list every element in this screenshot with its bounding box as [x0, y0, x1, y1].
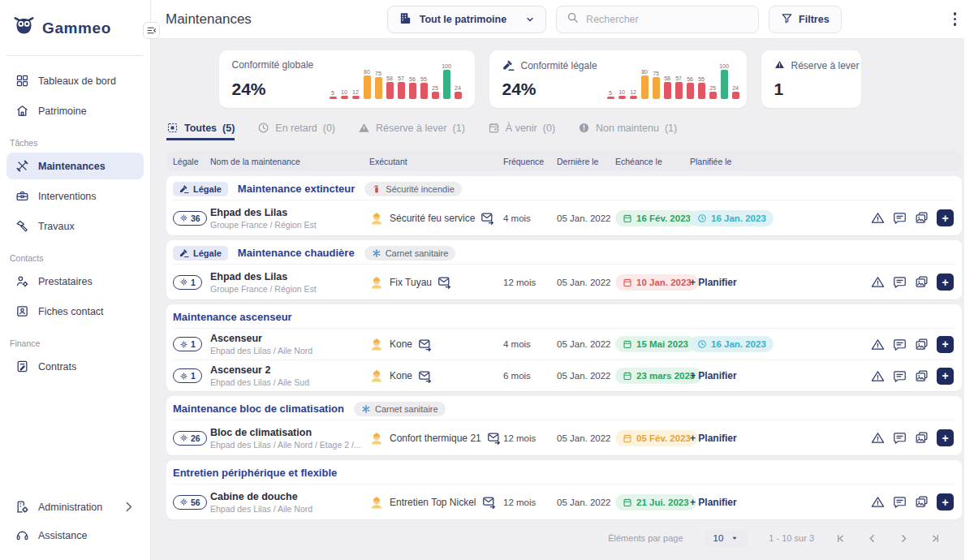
add-button[interactable]: + — [937, 336, 954, 353]
planifier-link[interactable]: + Planifier — [690, 497, 737, 508]
toolbox-icon — [15, 189, 29, 203]
per-page-select[interactable]: 10 — [705, 529, 748, 547]
send-mail-icon[interactable] — [487, 431, 501, 445]
comment-icon[interactable] — [893, 275, 907, 289]
equipment-count-pill[interactable]: 1 — [173, 275, 202, 290]
worker-avatar-icon — [369, 431, 384, 446]
tab-non-maintenu[interactable]: Non maintenu(1) — [578, 122, 677, 140]
sidebar-item-fiches-contact[interactable]: Fiches contact — [6, 298, 144, 325]
brand-name: Gammeo — [42, 19, 111, 37]
send-mail-icon[interactable] — [481, 211, 494, 225]
send-mail-icon[interactable] — [418, 338, 432, 351]
search-input[interactable] — [586, 14, 748, 25]
send-mail-icon[interactable] — [437, 275, 451, 289]
frequency: 6 mois — [503, 371, 557, 381]
next-page-button[interactable] — [899, 533, 909, 544]
search-icon — [567, 11, 579, 27]
table-row[interactable]: 36 Ehpad des Lilas Groupe France / Régio… — [173, 200, 955, 235]
equipment-count-pill[interactable]: 1 — [173, 368, 202, 383]
maintenance-name: Bloc de climatisation — [210, 427, 369, 439]
equipment-count-pill[interactable]: 56 — [173, 495, 207, 510]
maintenance-name: Ascenseur 2 — [210, 364, 369, 377]
maintenance-name: Ehpad des Lilas — [210, 271, 369, 283]
planifier-link[interactable]: + Planifier — [690, 277, 737, 288]
table-row[interactable]: 56 Cabine de douche Ehpad des Lilas / Ai… — [173, 484, 955, 519]
last-page-button[interactable] — [930, 533, 941, 544]
sidebar-item-interventions[interactable]: Interventions — [6, 183, 144, 209]
send-mail-icon[interactable] — [482, 495, 496, 509]
first-page-button[interactable] — [835, 533, 846, 544]
sidebar-item-contrats[interactable]: Contrats — [6, 353, 144, 380]
sidebar-item-tableaux-de-bord[interactable]: Tableaux de bord — [6, 67, 144, 94]
gallery-icon[interactable] — [915, 275, 929, 289]
table-row[interactable]: 1 Ehpad des Lilas Groupe France / Région… — [173, 264, 955, 299]
sidebar-item-maintenances[interactable]: Maintenances — [6, 153, 144, 179]
comment-icon[interactable] — [893, 211, 907, 225]
sidebar-item-prestataires[interactable]: Prestataires — [6, 268, 144, 295]
clock-icon — [697, 213, 707, 223]
calendar-icon — [623, 498, 632, 507]
sidebar-item-assistance[interactable]: Assistance — [6, 522, 144, 549]
tab-en-retard[interactable]: En retard(0) — [257, 122, 335, 140]
tab-count: (1) — [665, 123, 677, 134]
building-filled-icon — [399, 11, 412, 28]
table-row[interactable]: 1 Ascenseur Ehpad des Lilas / Aile Nord … — [173, 328, 955, 360]
warning-icon[interactable] — [871, 495, 885, 509]
tab-a-venir[interactable]: À venir(0) — [488, 122, 555, 140]
previous-page-button[interactable] — [867, 533, 877, 544]
contract-icon — [15, 360, 29, 373]
frequency: 12 mois — [503, 278, 557, 287]
tab-reserve-a-lever[interactable]: Réserve à lever(1) — [358, 122, 465, 140]
sidebar-item-administration[interactable]: Administration — [6, 493, 144, 520]
more-options-button[interactable] — [950, 9, 960, 29]
due-date-pill: 21 Jui. 2023 — [615, 494, 696, 510]
brand[interactable]: Gammeo — [0, 0, 150, 54]
gallery-icon[interactable] — [915, 338, 929, 351]
gallery-icon[interactable] — [915, 211, 929, 225]
warning-icon[interactable] — [871, 275, 885, 289]
add-button[interactable]: + — [937, 493, 954, 510]
gallery-icon[interactable] — [915, 431, 929, 445]
warning-icon[interactable] — [871, 431, 885, 445]
equipment-count-pill[interactable]: 1 — [173, 337, 202, 351]
last-done-date: 05 Jan. 2022 — [557, 278, 615, 287]
patrimoine-scope-selector[interactable]: Tout le patrimoine — [387, 6, 546, 33]
warning-icon[interactable] — [871, 211, 885, 225]
equipment-count-pill[interactable]: 36 — [173, 211, 207, 226]
tab-count: (1) — [453, 123, 465, 134]
warning-icon[interactable] — [871, 338, 885, 351]
add-button[interactable]: + — [937, 274, 954, 291]
add-button[interactable]: + — [937, 429, 954, 446]
add-button[interactable]: + — [937, 368, 954, 385]
sidebar-section-finance: Finance — [0, 326, 150, 351]
add-button[interactable]: + — [937, 209, 954, 226]
search-box — [556, 6, 759, 33]
send-mail-icon[interactable] — [418, 369, 432, 383]
planifier-link[interactable]: + Planifier — [690, 370, 737, 381]
table-row[interactable]: 26 Bloc de climatisation Ehpad des Lilas… — [173, 420, 955, 455]
sidebar-collapse-button[interactable] — [143, 22, 160, 39]
status-tabs: Toutes(5) En retard(0) Réserve à lever(1… — [166, 118, 962, 140]
scrollbar-track[interactable] — [964, 0, 974, 560]
comment-icon[interactable] — [893, 495, 907, 509]
group-header: Légale Maintenance chaudière Carnet sani… — [173, 240, 955, 264]
gallery-icon[interactable] — [915, 369, 929, 383]
last-done-date: 05 Jan. 2022 — [557, 339, 615, 349]
comment-icon[interactable] — [893, 338, 907, 351]
maintenance-name: Cabine de douche — [210, 491, 369, 503]
tab-toutes[interactable]: Toutes(5) — [166, 122, 235, 140]
filters-button[interactable]: Filtres — [769, 6, 842, 33]
equipment-count-pill[interactable]: 26 — [173, 431, 207, 446]
gallery-icon[interactable] — [915, 495, 929, 509]
category-badge: Sécurité incendie — [364, 182, 461, 196]
worker-avatar-icon — [369, 337, 384, 351]
comment-icon[interactable] — [893, 431, 907, 445]
sidebar-item-patrimoine[interactable]: Patrimoine — [6, 97, 144, 124]
comment-icon[interactable] — [893, 369, 907, 383]
sidebar-item-travaux[interactable]: Travaux — [6, 213, 144, 239]
warning-icon[interactable] — [871, 369, 885, 383]
planifier-link[interactable]: + Planifier — [690, 433, 737, 444]
kpi-value: 24% — [502, 80, 597, 99]
table-row[interactable]: 1 Ascenseur 2 Ehpad des Lilas / Aile Sud… — [173, 360, 955, 391]
sidebar-item-label: Administration — [38, 502, 102, 513]
